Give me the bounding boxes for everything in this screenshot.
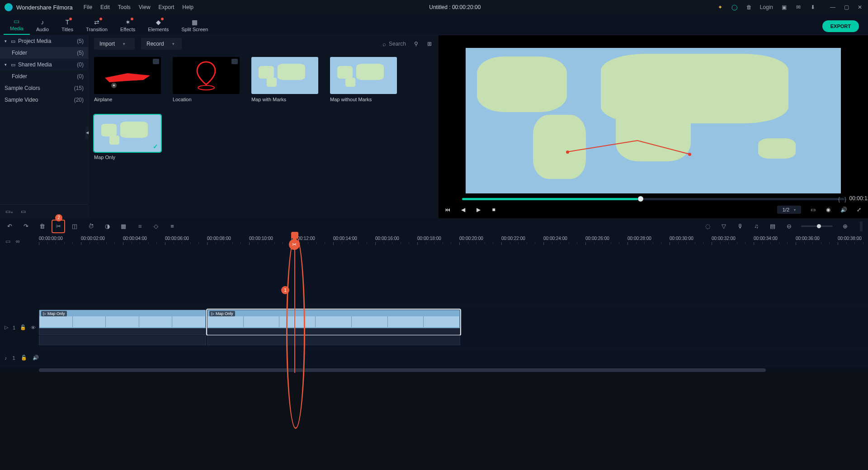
zoom-in-icon[interactable]: ⊕ [841,222,849,230]
menu-tools[interactable]: Tools [118,4,131,10]
media-item-airplane[interactable]: Airplane [94,57,161,102]
save-icon[interactable]: ▣ [780,4,788,11]
tips-icon[interactable]: ✦ [717,4,724,11]
ruler-tick: 00:00:32:00 [712,236,736,241]
fullscreen-icon[interactable]: ⤢ [855,207,863,213]
undo-icon[interactable]: ↶ [5,222,14,230]
green-screen-icon[interactable]: ▦ [119,222,127,230]
tab-elements[interactable]: ◆Elements [142,17,175,35]
audio-track-body[interactable] [39,348,868,367]
new-folder-icon[interactable]: ▭₊ [5,208,13,215]
video-track-body[interactable]: ▷Map Only ▷Map Only [39,307,868,348]
media-item-map-nomarks[interactable]: Map without Marks [330,57,397,102]
speed-icon[interactable]: ⏱ [87,222,95,230]
project-sidebar: ▾ ▭ Project Media (5) Folder (5) ▾ ▭ Sha… [0,35,88,218]
clip-map-only-1[interactable]: ▷Map Only [39,310,206,335]
volume-icon[interactable]: 🔊 [840,207,847,213]
clip-play-icon: ▷ [211,311,214,316]
open-folder-icon[interactable]: ▭ [21,208,28,215]
display-icon[interactable]: ▭ [809,207,816,213]
timeline-scrollbar[interactable] [0,367,868,373]
delete-icon[interactable]: 🗑 [38,222,46,230]
mixer-icon[interactable]: ♫ [752,222,760,230]
media-item-map-marks[interactable]: Map with Marks [251,57,318,102]
timeline-resize-handle[interactable] [860,221,863,231]
mail-icon[interactable]: ✉ [795,4,802,11]
voiceover-icon[interactable]: 🎙 [736,222,744,230]
record-dropdown[interactable]: Record▾ [141,38,182,50]
module-tabs: ▭Media ♪Audio TTitles ⇄Transition ✶Effec… [0,14,868,35]
trash-icon[interactable]: 🗑 [745,4,753,11]
tab-media[interactable]: ▭Media [4,16,30,35]
media-item-map-only[interactable]: ✓ Map Only [94,115,161,160]
filter-icon[interactable]: ⚲ [412,41,420,47]
sidebar-item-sample-colors[interactable]: Sample Colors (15) [0,82,88,94]
annotation-badge-1: 1 [281,286,289,294]
menu-help[interactable]: Help [182,4,193,10]
sidebar-item-sample-video[interactable]: Sample Video (20) [0,94,88,106]
step-back-icon[interactable]: ◀ [459,207,467,213]
support-icon[interactable]: ◯ [731,4,738,11]
preview-canvas[interactable] [466,48,841,193]
search-icon: ⌕ [382,41,386,47]
svg-point-1 [113,85,115,86]
zoom-out-icon[interactable]: ⊖ [785,222,793,230]
lock-icon[interactable]: 🔓 [20,324,26,330]
link-icon[interactable]: ∞ [16,238,20,244]
tab-split-screen[interactable]: ▦Split Screen [175,17,214,35]
prev-frame-icon[interactable]: ⏮ [444,207,451,213]
snap-icon[interactable]: ▭ [5,238,10,244]
adjust-icon[interactable]: ≡ [168,222,176,230]
keyframe-icon[interactable]: ◇ [152,222,160,230]
media-item-location[interactable]: Location [173,57,240,102]
mute-icon[interactable]: 🔊 [33,355,39,361]
tab-audio[interactable]: ♪Audio [30,17,55,35]
import-dropdown[interactable]: Import▾ [94,38,135,50]
tab-transition[interactable]: ⇄Transition [80,17,114,35]
render-icon[interactable]: ◌ [703,222,712,230]
close-icon[interactable]: ✕ [856,4,863,11]
export-button[interactable]: EXPORT [822,20,859,32]
maximize-icon[interactable]: ▢ [843,4,850,11]
menu-edit[interactable]: Edit [100,4,110,10]
color-icon[interactable]: ◑ [103,222,111,230]
preview-timecode: 00:00:12:02 [849,195,868,202]
sidebar-item-shared-media[interactable]: ▾ ▭ Shared Media (0) [0,59,88,70]
edit-icon[interactable]: ⌗ [136,222,144,230]
download-icon[interactable]: ⬇ [809,4,816,11]
ruler-tick: 00:00:08:00 [207,236,231,241]
visibility-icon[interactable]: 👁 [31,325,36,330]
track-manage-icon[interactable]: ▤ [769,222,777,230]
login-link[interactable]: Login [760,4,773,10]
ruler-tick: 00:00:14:00 [333,236,357,241]
snapshot-icon[interactable]: ◉ [825,207,832,213]
ruler-tick: 00:00:06:00 [165,236,189,241]
preview-zoom-select[interactable]: 1/2▾ [777,206,801,214]
search-input[interactable]: ⌕Search [382,41,406,47]
tab-titles[interactable]: TTitles [55,17,80,35]
timeline-zoom-slider[interactable] [801,226,833,227]
sidebar-item-shared-folder[interactable]: Folder (0) [0,70,88,82]
sidebar-item-folder[interactable]: Folder (5) [0,47,88,59]
clip-map-only-2[interactable]: ▷Map Only [207,310,460,335]
preview-scrubber[interactable] [462,198,844,200]
minimize-icon[interactable]: — [829,4,836,11]
collapse-sidebar-handle[interactable]: ◀ [85,127,89,139]
crop-icon[interactable]: ◫ [71,222,79,230]
tab-effects[interactable]: ✶Effects [114,17,142,35]
ruler-tick: 00:00:04:00 [123,236,147,241]
marker-icon[interactable]: ▽ [720,222,728,230]
play-icon[interactable]: ▶ [475,207,482,213]
split-icon: ▦ [192,19,198,26]
redo-icon[interactable]: ↷ [22,222,30,230]
lock-icon[interactable]: 🔓 [21,355,27,361]
menu-export[interactable]: Export [159,4,175,10]
grid-view-icon[interactable]: ⊞ [426,41,433,47]
chevron-down-icon: ▾ [5,39,9,43]
timeline-ruler[interactable]: 00:00:00:0000:00:02:0000:00:04:0000:00:0… [39,235,868,248]
sidebar-item-project-media[interactable]: ▾ ▭ Project Media (5) [0,35,88,47]
timeline-spacer [0,248,868,307]
menu-file[interactable]: File [84,4,92,10]
stop-icon[interactable]: ■ [490,207,497,213]
menu-view[interactable]: View [139,4,151,10]
